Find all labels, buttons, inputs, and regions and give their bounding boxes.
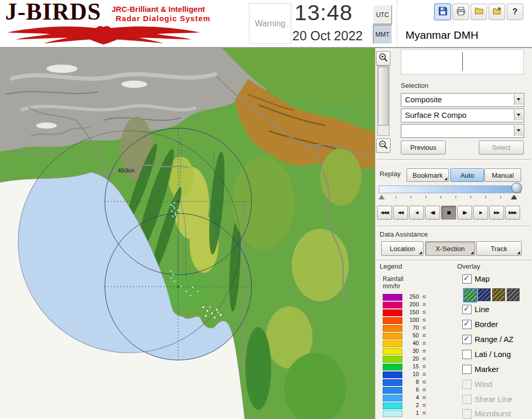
radar-map: 450km — [0, 48, 375, 419]
lte-symbol: ≤ — [422, 410, 426, 415]
previous-button[interactable]: Previous — [401, 141, 446, 154]
open-file-button[interactable] — [471, 4, 487, 20]
product-category-dropdown[interactable]: Composite — [401, 93, 524, 107]
app-logo-subtitle-2: Radar Dialogic System — [116, 14, 211, 23]
mmt-toggle-button[interactable]: MMT — [373, 25, 392, 44]
zoom-in-button[interactable] — [376, 51, 390, 66]
replay-timeline-slider[interactable] — [379, 185, 521, 193]
rewind-fastest-button[interactable]: ◀◀◀ — [377, 206, 392, 220]
lte-symbol: ≤ — [422, 324, 426, 330]
separator — [377, 260, 530, 262]
checkbox-map[interactable] — [462, 274, 472, 284]
select-button[interactable]: Select — [479, 141, 524, 154]
rewind-fast-button[interactable]: ◀◀ — [393, 206, 408, 220]
legend-unit-line2: mm/hr — [383, 283, 400, 290]
legend-swatch — [383, 364, 402, 370]
auto-mode-button[interactable]: Auto — [450, 168, 484, 182]
legend-swatch — [383, 333, 402, 339]
checkbox-line[interactable] — [462, 305, 472, 314]
play-backward-button[interactable]: ◀ — [409, 206, 424, 220]
import-data-button[interactable] — [489, 4, 505, 20]
product-option-dropdown[interactable] — [401, 124, 524, 138]
zoom-out-icon — [378, 139, 388, 152]
zoom-in-icon — [378, 52, 388, 65]
zoom-out-button[interactable] — [376, 138, 390, 153]
stop-button[interactable]: ■ — [441, 206, 456, 220]
lte-symbol: ≤ — [422, 363, 426, 369]
chevron-down-icon[interactable] — [514, 94, 523, 105]
header-bar: J-BIRDS JRC-Brilliant & Intelligent Rada… — [0, 0, 532, 48]
bookmark-button[interactable]: Bookmark — [406, 168, 449, 182]
legend-swatch — [383, 348, 402, 355]
legend-value: 15 — [404, 363, 419, 369]
map-style-green[interactable] — [463, 288, 477, 302]
map-style-olive[interactable] — [492, 288, 505, 301]
lte-symbol: ≤ — [422, 332, 426, 338]
legend-swatch — [383, 294, 402, 301]
map-style-grey[interactable] — [507, 288, 520, 301]
lte-symbol: ≤ — [422, 309, 426, 315]
data-assistance-label: Data Assistance — [380, 230, 428, 238]
map-style-navy[interactable] — [478, 288, 491, 301]
lte-symbol: ≤ — [422, 293, 426, 299]
legend-swatch — [383, 379, 402, 386]
forward-fastest-button[interactable]: ▶▶▶ — [505, 206, 520, 220]
status-message-box[interactable] — [401, 49, 524, 74]
manual-mode-button[interactable]: Manual — [484, 168, 521, 182]
track-button[interactable]: Track — [476, 241, 522, 256]
legend-value: 150 — [404, 309, 419, 315]
overlay-label: Range / AZ — [475, 335, 513, 344]
lte-symbol: ≤ — [422, 379, 426, 384]
legend-swatch — [383, 325, 402, 332]
legend-value: 100 — [404, 317, 419, 323]
map-viewport[interactable]: 450km — [0, 48, 375, 419]
legend-swatch — [383, 302, 402, 308]
save-button[interactable] — [434, 4, 451, 20]
clock-time: 13:48 — [294, 0, 353, 25]
checkbox-lati-long[interactable] — [462, 350, 472, 359]
checkbox-border[interactable] — [462, 320, 472, 329]
legend-swatch — [383, 410, 402, 417]
utc-toggle-button[interactable]: UTC — [373, 5, 392, 24]
step-backward-button[interactable]: ◀▮ — [425, 206, 440, 220]
lte-symbol: ≤ — [422, 348, 426, 353]
zoom-scrollbar[interactable] — [377, 66, 389, 136]
help-button[interactable]: ? — [507, 4, 523, 20]
legend-swatch — [383, 387, 402, 394]
lte-symbol: ≤ — [422, 301, 426, 307]
forward-fast-button[interactable]: ▶▶ — [489, 206, 504, 220]
overlay-label: Lati / Long — [475, 350, 511, 359]
jbirds-app: J-BIRDS JRC-Brilliant & Intelligent Rada… — [0, 0, 532, 419]
checkbox-marker[interactable] — [462, 365, 472, 374]
product-type-dropdown[interactable]: Surface R Compo — [401, 108, 524, 122]
overlay-label: Wind — [475, 380, 492, 389]
overlay-label: Border — [475, 320, 498, 329]
zoom-scrollbar-thumb[interactable] — [378, 67, 388, 126]
x-section-button[interactable]: X-Section — [425, 241, 475, 256]
app-logo-subtitle-1: JRC-Brilliant & Intelligent — [112, 5, 205, 13]
separator — [377, 226, 530, 228]
overlay-label: Marker — [475, 365, 499, 374]
text-caret — [462, 52, 463, 71]
open-folder-icon — [474, 6, 484, 18]
lte-symbol: ≤ — [422, 371, 426, 377]
app-logo-title: J-BIRDS — [5, 0, 101, 25]
organization-title: Myanmar DMH — [405, 29, 478, 41]
print-icon — [456, 6, 466, 18]
overlay-label: Map — [475, 274, 490, 283]
legend-value: 10 — [404, 371, 419, 377]
timeline-slider-handle[interactable] — [511, 182, 522, 193]
print-button[interactable] — [452, 4, 469, 20]
legend-value: 30 — [404, 348, 419, 354]
chevron-down-icon[interactable] — [514, 125, 523, 136]
chevron-down-icon[interactable] — [514, 110, 523, 120]
location-button[interactable]: Location — [381, 241, 424, 256]
play-forward-button[interactable]: ▶ — [473, 206, 488, 220]
legend-value: 50 — [404, 332, 419, 338]
checkbox-range-az[interactable] — [462, 335, 472, 344]
checkbox-microburst — [462, 409, 472, 418]
range-label: 450km — [118, 167, 135, 174]
legend-swatch — [383, 371, 402, 378]
legend-swatch — [383, 317, 402, 324]
step-forward-button[interactable]: ▮▶ — [457, 206, 472, 220]
